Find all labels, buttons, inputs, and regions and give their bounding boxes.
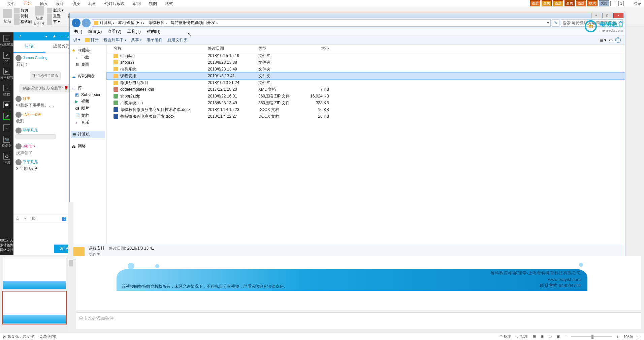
file-row[interactable]: 每特微服务电商项目开发.docx2018/11/4 22:27DOCX 文档26… bbox=[107, 113, 625, 120]
col-type[interactable]: 类型 bbox=[258, 46, 302, 51]
file-row[interactable]: dingdan2018/10/15 15:19文件夹 bbox=[107, 52, 625, 59]
tree-libraries[interactable]: 库 bbox=[71, 85, 105, 92]
tree-favorites[interactable]: 收藏夹 bbox=[71, 47, 105, 54]
view-sorter-icon[interactable]: ⊞ bbox=[541, 334, 544, 339]
star-icon[interactable]: ★ bbox=[53, 34, 57, 39]
quality-badge[interactable]: 画质 bbox=[565, 0, 575, 6]
ppt-tab-format[interactable]: 格式 bbox=[161, 0, 177, 8]
slide-thumb[interactable] bbox=[3, 257, 66, 289]
breadcrumb[interactable]: 计算机 bbox=[98, 20, 117, 26]
menu-edit[interactable]: 编辑(E) bbox=[88, 29, 102, 34]
file-row[interactable]: 每特教育微服务电商项目技术名单.docx2018/11/14 15:23DOCX… bbox=[107, 106, 625, 113]
col-name[interactable]: 名称 bbox=[107, 46, 208, 51]
file-row[interactable]: 抽奖系统2018/6/28 13:49文件夹 bbox=[107, 66, 625, 73]
zoom-out-button[interactable]: – bbox=[565, 335, 567, 339]
nav-tree[interactable]: 收藏夹 下载 桌面 WPS网盘 库 Subversion 视频 图片 文档 音乐… bbox=[70, 45, 107, 244]
section-button[interactable]: 节 ▾ bbox=[47, 19, 64, 25]
file-row[interactable]: 抽奖系统.zip2018/6/28 13:49360压缩 ZIP 文件338 K… bbox=[107, 100, 625, 106]
tree-computer[interactable]: 计算机 bbox=[71, 131, 105, 138]
mode-badge[interactable]: 模式 bbox=[587, 0, 598, 6]
quality-badge[interactable]: 画质 bbox=[542, 0, 552, 6]
reset-button[interactable]: 重置 bbox=[47, 13, 64, 19]
file-row[interactable]: shop(2)2018/9/28 13:38文件夹 bbox=[107, 59, 625, 66]
ppt-tab-animations[interactable]: 动画 bbox=[84, 0, 100, 8]
ppt-tab-review[interactable]: 审阅 bbox=[129, 0, 145, 8]
file-row[interactable]: 微服务电商项目2018/10/13 21:24文件夹 bbox=[107, 79, 625, 86]
preview-pane-button[interactable]: ▭ bbox=[609, 38, 613, 42]
sidebar-chat[interactable]: 💬 bbox=[3, 102, 10, 108]
external-icon[interactable]: ↗ bbox=[18, 34, 23, 39]
scissor-icon[interactable]: ✂ bbox=[24, 216, 29, 222]
more-badge[interactable]: … bbox=[610, 1, 617, 6]
notes-area[interactable]: 单击此处添加备注 bbox=[76, 312, 641, 329]
zoom-percent[interactable]: 108% bbox=[623, 335, 633, 339]
tree-network[interactable]: 网络 bbox=[71, 143, 105, 150]
cut-button[interactable]: 剪切 bbox=[14, 8, 32, 13]
chat-messages[interactable]: James Gosling看到了 “往后余生” 送给 “蚂蚁课堂创始人-余胜军”… bbox=[13, 53, 77, 215]
tree-music[interactable]: 音乐 bbox=[74, 119, 105, 126]
view-normal-icon[interactable]: ▦ bbox=[533, 334, 536, 339]
tree-subversion[interactable]: Subversion bbox=[74, 92, 105, 98]
login-button[interactable]: 登录 bbox=[634, 1, 641, 6]
ppt-tab-home[interactable]: 开始 bbox=[20, 0, 36, 8]
doc-language[interactable]: 英语(美国) bbox=[39, 334, 56, 339]
tree-wps[interactable]: WPS网盘 bbox=[71, 73, 105, 80]
tab-discussion[interactable]: 讨论 bbox=[13, 40, 45, 53]
tree-documents[interactable]: 文档 bbox=[74, 112, 105, 119]
notes-toggle[interactable]: 🗨 批注 bbox=[516, 334, 528, 339]
count-badge[interactable]: 1 bbox=[618, 1, 624, 6]
file-row[interactable]: codetemplates.xml2017/12/1 18:20XML 文档7 … bbox=[107, 86, 625, 93]
ppt-tab-file[interactable]: 文件 bbox=[3, 0, 20, 8]
sidebar-mic[interactable]: 🎤 bbox=[3, 113, 10, 120]
image-icon[interactable]: 🖼 bbox=[32, 216, 37, 222]
tree-videos[interactable]: 视频 bbox=[74, 98, 105, 105]
maximize-button[interactable]: □ bbox=[602, 13, 612, 18]
zoom-in-button[interactable]: + bbox=[616, 335, 618, 339]
sidebar-share-screen[interactable]: ▭分享屏幕 bbox=[0, 35, 13, 47]
col-date[interactable]: 修改日期 bbox=[208, 46, 258, 51]
slide-thumbnails[interactable] bbox=[1, 255, 68, 333]
view-reading-icon[interactable]: ▭ bbox=[548, 334, 552, 339]
include-library-button[interactable]: 包含到库中 bbox=[103, 37, 126, 43]
close-badge[interactable]: 关闭 bbox=[599, 0, 609, 6]
tree-downloads[interactable]: 下载 bbox=[74, 54, 105, 61]
menu-help[interactable]: 帮助(H) bbox=[147, 29, 161, 34]
close-button[interactable]: × bbox=[613, 13, 623, 18]
file-row[interactable]: 课程安排2019/1/3 13:41文件夹 bbox=[107, 73, 625, 79]
quality-badge[interactable]: 画质 bbox=[530, 0, 540, 6]
dropdown-icon[interactable]: ▾ bbox=[45, 34, 50, 39]
copy-button[interactable]: 复制 bbox=[14, 13, 32, 19]
open-button[interactable]: 打开 bbox=[85, 37, 99, 43]
format-painter-button[interactable]: 格式刷 bbox=[14, 19, 32, 25]
tree-pictures[interactable]: 图片 bbox=[74, 105, 105, 112]
breadcrumb[interactable]: 本地磁盘 (F:) bbox=[117, 20, 147, 26]
scrollbar-handle[interactable] bbox=[69, 260, 73, 266]
menu-file[interactable]: 件(F) bbox=[73, 29, 82, 34]
addr-dropdown-icon[interactable]: ▾ bbox=[547, 21, 549, 25]
slide-counter[interactable]: 片 第 1 张，共 8 张 bbox=[3, 334, 34, 339]
sidebar-ppt[interactable]: PPPT bbox=[3, 52, 10, 63]
chat-textarea[interactable] bbox=[13, 223, 77, 243]
address-bar[interactable]: 计算机 本地磁盘 (F:) 每特教育 每特微服务电商项目开发 ▾ bbox=[92, 19, 551, 27]
paste-group[interactable]: 粘贴 bbox=[3, 9, 12, 24]
nav-back-button[interactable]: ← bbox=[72, 19, 80, 27]
view-slideshow-icon[interactable]: ▣ bbox=[556, 334, 560, 339]
share-button[interactable]: 共享 bbox=[131, 37, 142, 43]
minimize-icon[interactable]: – bbox=[60, 34, 65, 39]
explorer-titlebar[interactable]: – □ × bbox=[70, 13, 625, 18]
file-row[interactable]: shop(2).zip2018/8/22 16:01360压缩 ZIP 文件16… bbox=[107, 93, 625, 100]
minimize-button[interactable]: – bbox=[591, 13, 601, 18]
email-button[interactable]: 电子邮件 bbox=[147, 37, 163, 43]
help-button[interactable]: ? bbox=[615, 37, 621, 43]
file-list-pane[interactable]: 名称 修改日期 类型 大小 dingdan2018/10/15 15:19文件夹… bbox=[107, 45, 625, 244]
layout-button[interactable]: 版式 ▾ bbox=[47, 8, 64, 13]
menu-view[interactable]: 查看(V) bbox=[108, 29, 121, 34]
ppt-tab-slideshow[interactable]: 幻灯片放映 bbox=[100, 0, 129, 8]
breadcrumb[interactable]: 每特微服务电商项目开发 bbox=[169, 20, 220, 26]
sidebar-music[interactable]: ♪ bbox=[3, 124, 10, 131]
ppt-tab-transitions[interactable]: 切换 bbox=[68, 0, 84, 8]
fit-window-button[interactable]: ⛶ bbox=[638, 335, 641, 339]
sidebar-share-video[interactable]: ▶分享视频 bbox=[0, 68, 13, 80]
zoom-slider[interactable] bbox=[571, 336, 612, 337]
col-size[interactable]: 大小 bbox=[302, 46, 339, 51]
